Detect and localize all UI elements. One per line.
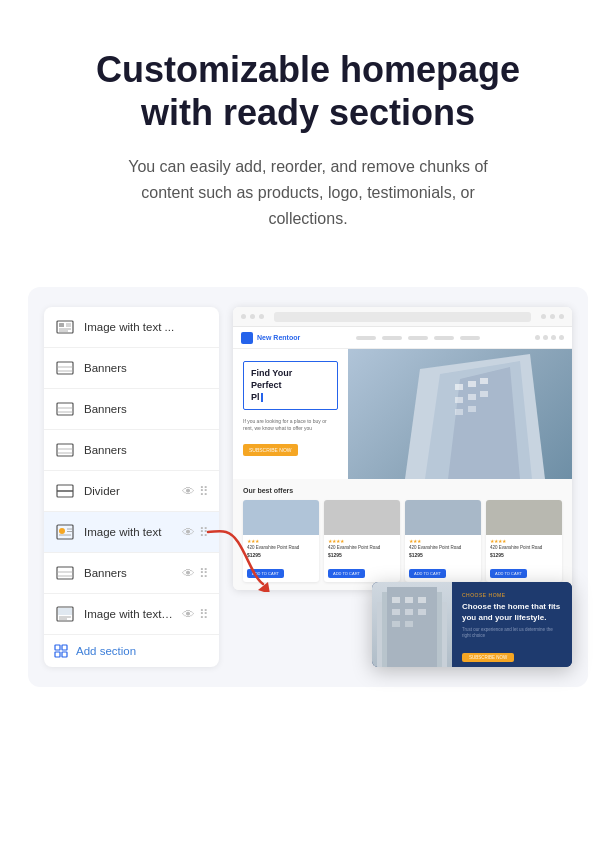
- banners-icon-1: [54, 357, 76, 379]
- nav-link-3: [408, 336, 428, 340]
- offer-price-4: $1295: [490, 552, 558, 558]
- offer-name-4: 420 Evanshire Point Road: [490, 545, 558, 551]
- offer-image-3: [405, 500, 481, 535]
- offer-stars-2: ★★★★: [328, 538, 396, 544]
- popup-cta-button[interactable]: SUBSCRIBE NOW: [462, 653, 514, 662]
- popup-desc: Trust our experience and let us determin…: [462, 627, 562, 640]
- eye-icon-image-text-3[interactable]: 👁: [182, 607, 195, 622]
- offer-price-2: $1295: [328, 552, 396, 558]
- eye-icon-banners-4[interactable]: 👁: [182, 566, 195, 581]
- popup-building-svg: [372, 582, 452, 667]
- logo-icon: [241, 332, 253, 344]
- browser-dot-3: [259, 314, 264, 319]
- drag-icon-image-text-2[interactable]: ⠿: [199, 525, 209, 540]
- mockup-container: Image with text ... Banners: [28, 287, 588, 687]
- offer-btn-4: ADD TO CART: [490, 569, 527, 578]
- logo-text: New Rentoor: [257, 334, 300, 341]
- offer-body-2: ★★★★ 420 Evanshire Point Road $1295 ADD …: [324, 535, 400, 582]
- image-text-2-actions: 👁 ⠿: [182, 525, 209, 540]
- nav-link-1: [356, 336, 376, 340]
- svg-rect-48: [392, 597, 400, 603]
- site-hero-desc: If you are looking for a place to buy or…: [243, 418, 338, 432]
- offer-image-1: [243, 500, 319, 535]
- sidebar-label-divider: Divider: [84, 485, 174, 497]
- sidebar-item-image-text-3[interactable]: Image with text ... 👁 ⠿: [44, 594, 219, 635]
- sidebar-label-image-text-2: Image with text: [84, 526, 174, 538]
- sidebar: Image with text ... Banners: [44, 307, 219, 667]
- svg-rect-42: [455, 409, 463, 415]
- site-logo: New Rentoor: [241, 332, 300, 344]
- image-text-icon-1: [54, 316, 76, 338]
- hero-text-box: Find YourPerfectPl: [243, 361, 338, 410]
- svg-rect-53: [418, 609, 426, 615]
- sidebar-item-divider[interactable]: Divider 👁 ⠿: [44, 471, 219, 512]
- sidebar-label-image-text-1: Image with text ...: [84, 321, 209, 333]
- divider-icon: [54, 480, 76, 502]
- sidebar-item-image-text-2[interactable]: Image with text 👁 ⠿: [44, 512, 219, 553]
- browser-bar: [233, 307, 572, 327]
- bottom-popup: CHOOSE HOME Choose the home that fits yo…: [372, 582, 572, 667]
- svg-rect-9: [57, 403, 73, 415]
- nav-link-2: [382, 336, 402, 340]
- offer-stars-4: ★★★★: [490, 538, 558, 544]
- sidebar-label-banners-2: Banners: [84, 403, 209, 415]
- browser-dot-5: [550, 314, 555, 319]
- sidebar-item-banners-4[interactable]: Banners 👁 ⠿: [44, 553, 219, 594]
- svg-rect-41: [480, 391, 488, 397]
- offer-body-4: ★★★★ 420 Evanshire Point Road $1295 ADD …: [486, 535, 562, 582]
- sidebar-item-banners-3[interactable]: Banners: [44, 430, 219, 471]
- offers-grid: ★★★ 420 Evanshire Point Road $1295 ADD T…: [243, 500, 562, 582]
- svg-rect-38: [480, 378, 488, 384]
- site-hero-section: Find YourPerfectPl If you are looking fo…: [233, 349, 572, 479]
- sidebar-label-image-text-3: Image with text ...: [84, 608, 174, 620]
- svg-point-18: [59, 528, 65, 534]
- page-title: Customizable homepage with ready section…: [60, 48, 556, 134]
- banners-4-actions: 👁 ⠿: [182, 566, 209, 581]
- svg-rect-32: [62, 652, 67, 657]
- offer-card-1: ★★★ 420 Evanshire Point Road $1295 ADD T…: [243, 500, 319, 582]
- svg-rect-52: [405, 609, 413, 615]
- eye-icon-image-text-2[interactable]: 👁: [182, 525, 195, 540]
- banners-icon-2: [54, 398, 76, 420]
- divider-actions: 👁 ⠿: [182, 484, 209, 499]
- popup-title: Choose the home that fits you and your l…: [462, 602, 562, 623]
- offer-btn-2: ADD TO CART: [328, 569, 365, 578]
- offer-name-2: 420 Evanshire Point Road: [328, 545, 396, 551]
- offer-card-3: ★★★ 420 Evanshire Point Road $1295 ADD T…: [405, 500, 481, 582]
- nav-icon-2: [543, 335, 548, 340]
- drag-icon-banners-4[interactable]: ⠿: [199, 566, 209, 581]
- site-hero-btn: SUBSCRIBE NOW: [243, 444, 298, 456]
- offer-stars-3: ★★★: [409, 538, 477, 544]
- offer-card-2: ★★★★ 420 Evanshire Point Road $1295 ADD …: [324, 500, 400, 582]
- offer-image-2: [324, 500, 400, 535]
- drag-icon-image-text-3[interactable]: ⠿: [199, 607, 209, 622]
- offer-body-1: ★★★ 420 Evanshire Point Road $1295 ADD T…: [243, 535, 319, 582]
- sidebar-item-banners-1[interactable]: Banners: [44, 348, 219, 389]
- popup-building-image: [372, 582, 452, 667]
- add-section-button[interactable]: Add section: [44, 635, 219, 667]
- image-text-3-actions: 👁 ⠿: [182, 607, 209, 622]
- offer-name-3: 420 Evanshire Point Road: [409, 545, 477, 551]
- svg-rect-55: [405, 621, 413, 627]
- image-text-icon-3: [54, 603, 76, 625]
- drag-icon-divider[interactable]: ⠿: [199, 484, 209, 499]
- nav-icon-1: [535, 335, 540, 340]
- building-svg: [348, 349, 572, 479]
- sidebar-label-banners-1: Banners: [84, 362, 209, 374]
- svg-rect-31: [55, 652, 60, 657]
- site-hero-building: [348, 349, 572, 479]
- svg-rect-40: [468, 394, 476, 400]
- building-image: [348, 349, 572, 479]
- offer-stars-1: ★★★: [247, 538, 315, 544]
- eye-icon-divider[interactable]: 👁: [182, 484, 195, 499]
- sidebar-item-image-text-1[interactable]: Image with text ...: [44, 307, 219, 348]
- popup-content: CHOOSE HOME Choose the home that fits yo…: [452, 582, 572, 667]
- sidebar-item-banners-2[interactable]: Banners: [44, 389, 219, 430]
- svg-rect-29: [55, 645, 60, 650]
- add-section-label: Add section: [76, 645, 136, 657]
- svg-rect-12: [57, 444, 73, 456]
- offers-title: Our best offers: [243, 487, 562, 494]
- offer-price-1: $1295: [247, 552, 315, 558]
- browser-dot-2: [250, 314, 255, 319]
- nav-icon-4: [559, 335, 564, 340]
